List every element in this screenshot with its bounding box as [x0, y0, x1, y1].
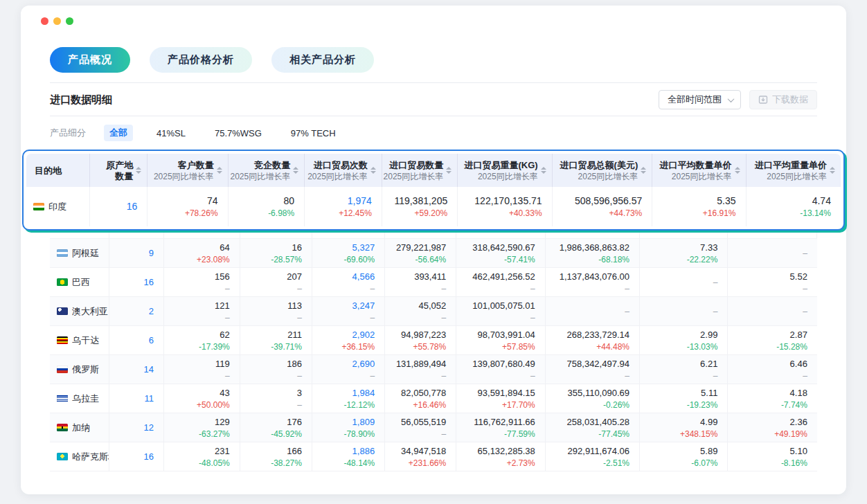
destination-cell: 加纳: [50, 413, 109, 442]
trade-weight-cell: 139,807,680.49–: [456, 355, 546, 384]
column-header-unit-price-weight[interactable]: 进口平均重量单价2025同比增长率: [747, 154, 841, 187]
destination-cell: 乌干达: [50, 326, 109, 354]
trade-weight-cell: 116,762,911.66-77.59%: [456, 413, 546, 442]
sort-icon[interactable]: [293, 167, 298, 174]
filter-option-all[interactable]: 全部: [104, 125, 133, 141]
table-row[interactable]: 乌拉圭1143+50.00%3–1,984-12.12%82,050,778+1…: [50, 384, 817, 413]
column-header-origin-count[interactable]: 原产地数量: [90, 154, 148, 187]
sort-icon[interactable]: [641, 167, 646, 174]
download-label: 下载数据: [772, 93, 808, 106]
origin-count-cell: 14: [109, 355, 164, 384]
competitors-cell: 16-28.57%: [240, 239, 312, 267]
trade-weight-cell: 93,591,894.15+17.70%: [456, 384, 546, 413]
competitors-cell: 176-45.92%: [240, 413, 312, 442]
table-row[interactable]: 俄罗斯14119–186–2,690–131,889,494–139,807,6…: [50, 355, 817, 384]
close-window-icon[interactable]: [41, 17, 48, 25]
column-header-unit-price-qty[interactable]: 进口平均数量单价2025同比增长率: [652, 154, 746, 187]
origin-count-cell: 16: [109, 268, 164, 296]
tab-related-product-analysis[interactable]: 相关产品分析: [271, 47, 374, 73]
trade-amount-cell: 268,233,729.14+44.48%: [546, 326, 640, 354]
unit-price-qty-cell: 2.99-13.03%: [640, 326, 728, 354]
kazakhstan-flag-icon: [57, 453, 68, 460]
trade-amount-cell: –: [546, 297, 640, 325]
australia-flag-icon: [57, 307, 68, 315]
unit-price-weight-cell: 5.52–: [728, 268, 817, 296]
table-row[interactable]: 印度1674+78.26%80-6.98%1,974+12.45%119,381…: [26, 187, 841, 226]
origin-count-cell: 12: [109, 413, 164, 442]
table-row[interactable]: 哈萨克斯坦16231-48.05%166-38.27%1,886-48.14%3…: [50, 442, 817, 471]
filter-option-757wsg[interactable]: 75.7%WSG: [209, 126, 267, 141]
trade-weight-cell: 65,132,285.38+2.73%: [456, 442, 546, 471]
country-name: 乌干达: [72, 334, 99, 347]
trade-qty-cell: 34,947,518+231.66%: [385, 442, 456, 471]
table-row[interactable]: 巴西16156–207–4,566–393,411–462,491,256.52…: [50, 268, 817, 297]
country-name: 阿根廷: [72, 247, 99, 260]
tab-product-price-analysis[interactable]: 产品价格分析: [150, 47, 252, 73]
unit-price-qty-cell: 5.11-19.23%: [640, 384, 728, 413]
sort-icon[interactable]: [217, 167, 222, 174]
table-row[interactable]: 阿根廷964+23.08%16-28.57%5,327-69.60%279,22…: [50, 239, 817, 268]
customers-cell: 64+23.08%: [164, 239, 240, 267]
trade-amount-cell: 758,342,497.94–: [546, 355, 640, 384]
origin-count-cell: 16: [109, 442, 164, 471]
tab-product-overview[interactable]: 产品概况: [50, 47, 130, 73]
minimize-window-icon[interactable]: [53, 17, 61, 25]
trade-amount-cell: 258,031,405.28-77.45%: [546, 413, 640, 442]
section-title: 进口数据明细: [50, 93, 112, 107]
time-range-select[interactable]: 全部时间范围: [659, 90, 741, 109]
sort-icon[interactable]: [370, 167, 376, 174]
trade-times-cell: 1,974+12.45%: [305, 187, 382, 226]
table-row[interactable]: 加纳12129-63.27%176-45.92%1,809-78.90%56,0…: [50, 413, 817, 442]
sort-icon[interactable]: [735, 167, 740, 174]
country-name: 澳大利亚: [72, 305, 108, 318]
unit-price-qty-cell: 7.33-22.22%: [640, 239, 728, 267]
table-row[interactable]: 乌干达662-17.39%211-39.71%2,902+36.15%94,98…: [50, 326, 817, 355]
column-header-competitors[interactable]: 竞企数量2025同比增长率: [229, 154, 305, 187]
trade-qty-cell: 45,052–: [385, 297, 456, 325]
trade-weight-cell: 462,491,256.52–: [456, 268, 546, 296]
destination-cell: 阿根廷: [50, 239, 109, 267]
unit-price-weight-cell: 2.36+49.19%: [728, 413, 817, 442]
country-name: 俄罗斯: [72, 363, 99, 376]
customers-cell: 156–: [164, 268, 240, 296]
customers-cell: 119–: [164, 355, 240, 384]
destination-cell: 澳大利亚: [50, 297, 109, 325]
divider: [50, 82, 817, 83]
trade-amount-cell: 1,986,368,863.82-68.18%: [546, 239, 640, 267]
trade-qty-cell: 393,411–: [385, 268, 456, 296]
trade-qty-cell: 94,987,223+55.78%: [385, 326, 456, 354]
origin-count-cell: 9: [109, 239, 164, 267]
table-row[interactable]: 澳大利亚2121–113–3,247–45,052–101,005,075.01…: [50, 297, 817, 326]
column-header-trade-qty[interactable]: 进口贸易数量2025同比增长率: [382, 154, 458, 187]
sort-icon[interactable]: [541, 167, 546, 174]
column-header-trade-times[interactable]: 进口贸易次数2025同比增长率: [305, 154, 382, 187]
partially-hidden-row: [50, 233, 817, 239]
sort-icon[interactable]: [830, 167, 835, 174]
column-header-customers[interactable]: 客户数量2025同比增长率: [148, 154, 228, 187]
sort-icon[interactable]: [446, 167, 452, 174]
column-header-trade-weight[interactable]: 进口贸易重量(KG)2025同比增长率: [458, 154, 552, 187]
unit-price-weight-cell: 5.10-8.16%: [728, 442, 817, 471]
uruguay-flag-icon: [57, 395, 68, 402]
trade-amount-cell: 355,110,090.69-0.26%: [546, 384, 640, 413]
brazil-flag-icon: [57, 278, 68, 286]
ghana-flag-icon: [57, 424, 68, 431]
origin-count-cell: 11: [109, 384, 164, 413]
unit-price-weight-cell: –: [728, 239, 817, 267]
country-name: 加纳: [72, 422, 90, 434]
competitors-cell: 166-38.27%: [240, 442, 312, 471]
zoom-window-icon[interactable]: [66, 17, 73, 25]
column-header-trade-amount[interactable]: 进口贸易总额(美元)2025同比增长率: [553, 154, 653, 187]
filter-option-97tech[interactable]: 97% TECH: [285, 126, 341, 141]
download-data-button[interactable]: 下载数据: [749, 90, 817, 109]
competitors-cell: 113–: [240, 297, 312, 325]
trade-qty-cell: 82,050,778+16.46%: [385, 384, 456, 413]
country-name: 巴西: [72, 276, 90, 289]
trade-times-cell: 2,902+36.15%: [312, 326, 385, 354]
trade-qty-cell: 131,889,494–: [385, 355, 456, 384]
sort-icon[interactable]: [136, 167, 141, 174]
trade-times-cell: 3,247–: [312, 297, 385, 325]
filter-option-41sl[interactable]: 41%SL: [151, 126, 191, 141]
unit-price-weight-cell: 4.18-7.74%: [728, 384, 817, 413]
origin-count-cell: 6: [109, 326, 164, 354]
